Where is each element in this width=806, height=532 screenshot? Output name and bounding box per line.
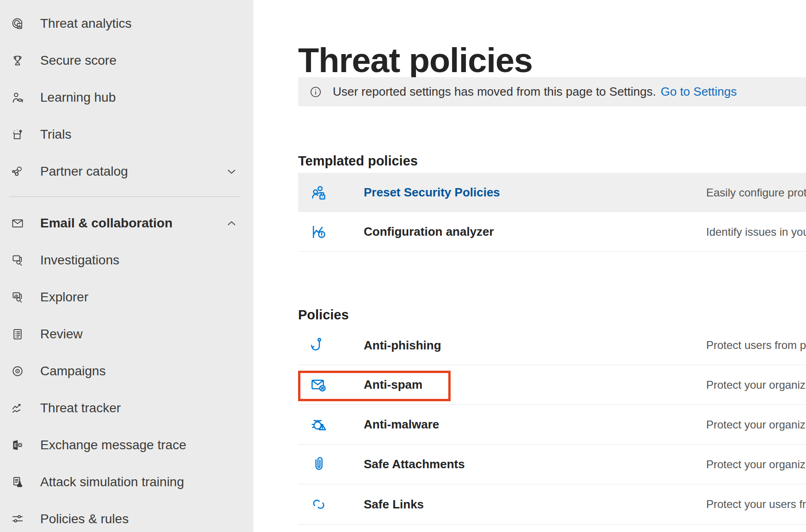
policy-row-description: Easily configure prot: [706, 186, 806, 199]
anti-malware-icon: [310, 416, 328, 434]
partner-catalog-icon: [10, 165, 24, 179]
main-content: Threat policies User reported settings h…: [253, 0, 806, 532]
sidebar-item-label: Explorer: [40, 290, 88, 305]
policy-row-preset-security-policies[interactable]: Preset Security Policies Easily configur…: [298, 173, 806, 212]
threat-analytics-icon: [10, 17, 24, 31]
sidebar-item-investigations[interactable]: Investigations: [0, 244, 253, 277]
sidebar-item-label: Policies & rules: [40, 512, 128, 526]
trials-icon: [10, 128, 24, 142]
sidebar-item-label: Learning hub: [40, 90, 116, 105]
policy-row-configuration-analyzer[interactable]: Configuration analyzer Identify issues i…: [298, 212, 806, 252]
policy-row-label: Safe Links: [364, 497, 424, 512]
secure-score-icon: [10, 54, 24, 68]
policy-row-description: Protect your organiz: [706, 379, 806, 391]
sidebar-item-label: Threat tracker: [40, 401, 121, 416]
sidebar-item-label: Threat analytics: [40, 16, 132, 31]
safe-attachments-icon: [310, 455, 328, 474]
sidebar-item-threat-analytics[interactable]: Threat analytics: [0, 7, 253, 40]
sidebar-item-label: Secure score: [40, 53, 116, 68]
policy-row-label: Anti-phishing: [364, 338, 441, 353]
campaigns-icon: [10, 364, 24, 379]
threat-tracker-icon: [10, 401, 24, 416]
sidebar-item-partner-catalog[interactable]: Partner catalog: [0, 155, 253, 188]
policy-row-safe-links[interactable]: Safe Links Protect your users fr: [298, 484, 806, 525]
policy-row-description: Protect your organiz: [706, 458, 806, 471]
safe-links-icon: [310, 495, 328, 514]
exchange-icon: [10, 438, 24, 453]
sidebar-item-learning-hub[interactable]: Learning hub: [0, 81, 253, 114]
sidebar-item-label: Review: [40, 327, 83, 342]
sidebar-item-campaigns[interactable]: Campaigns: [0, 355, 253, 388]
policy-row-anti-malware[interactable]: Anti-malware Protect your organiz: [298, 405, 806, 445]
policy-row-label: Safe Attachments: [364, 457, 465, 471]
anti-spam-icon: [310, 376, 328, 394]
policy-row-description: Protect your organiz: [706, 418, 806, 431]
sidebar-item-label: Partner catalog: [40, 164, 128, 179]
sidebar-item-label: Campaigns: [40, 364, 106, 379]
policy-row-safe-attachments[interactable]: Safe Attachments Protect your organiz: [298, 445, 806, 484]
attack-simulation-icon: [10, 475, 24, 489]
explorer-icon: [10, 290, 24, 305]
banner-text: User reported settings has moved from th…: [333, 85, 656, 99]
sidebar-item-policies-rules[interactable]: Policies & rules: [0, 502, 253, 532]
threat-policies-page: Threat analytics Secure score: [0, 0, 806, 532]
sidebar-item-label: Trials: [40, 127, 71, 142]
section-heading-policies: Policies: [298, 307, 349, 323]
sidebar-item-label: Attack simulation training: [40, 475, 184, 489]
sidebar-item-explorer[interactable]: Explorer: [0, 281, 253, 314]
anti-phishing-icon: [310, 336, 328, 355]
sidebar-item-label: Investigations: [40, 253, 119, 268]
policy-row-label: Anti-malware: [364, 417, 439, 432]
policy-row-label: Configuration analyzer: [364, 225, 494, 239]
sidebar-item-trials[interactable]: Trials: [0, 118, 253, 151]
policy-row-label: Preset Security Policies: [364, 185, 500, 200]
sidebar-divider: [9, 196, 239, 197]
policy-row-anti-phishing[interactable]: Anti-phishing Protect users from p: [298, 326, 806, 365]
sidebar-item-attack-simulation-training[interactable]: Attack simulation training: [0, 465, 253, 499]
chevron-down-icon[interactable]: [226, 165, 238, 177]
sidebar: Threat analytics Secure score: [0, 0, 253, 532]
sidebar-item-threat-tracker[interactable]: Threat tracker: [0, 391, 253, 425]
sidebar-item-review[interactable]: Review: [0, 318, 253, 351]
go-to-settings-link[interactable]: Go to Settings: [660, 85, 737, 99]
policy-row-anti-spam[interactable]: Anti-spam Protect your organiz: [298, 365, 806, 405]
sidebar-item-label: Email & collaboration: [40, 216, 172, 231]
info-icon: [309, 85, 323, 99]
policy-row-label: Anti-spam: [364, 378, 422, 392]
investigations-icon: [10, 253, 24, 268]
section-heading-templated-policies: Templated policies: [298, 153, 418, 169]
policy-row-description: Protect users from p: [706, 339, 806, 352]
policy-row-description: Protect your users fr: [706, 498, 806, 511]
page-title: Threat policies: [298, 43, 532, 78]
sidebar-item-email-collaboration[interactable]: Email & collaboration: [0, 207, 253, 240]
preset-security-policies-icon: [310, 183, 328, 202]
review-icon: [10, 327, 24, 342]
info-banner: User reported settings has moved from th…: [298, 77, 806, 106]
sidebar-item-exchange-message-trace[interactable]: Exchange message trace: [0, 428, 253, 462]
sidebar-item-label: Exchange message trace: [40, 438, 186, 453]
policy-row-description: Identify issues in you: [706, 226, 806, 238]
configuration-analyzer-icon: [310, 223, 328, 241]
chevron-up-icon[interactable]: [226, 217, 238, 229]
sidebar-item-secure-score[interactable]: Secure score: [0, 44, 253, 77]
policies-rules-icon: [10, 512, 24, 526]
email-collaboration-icon: [10, 216, 24, 231]
learning-hub-icon: [10, 91, 24, 105]
